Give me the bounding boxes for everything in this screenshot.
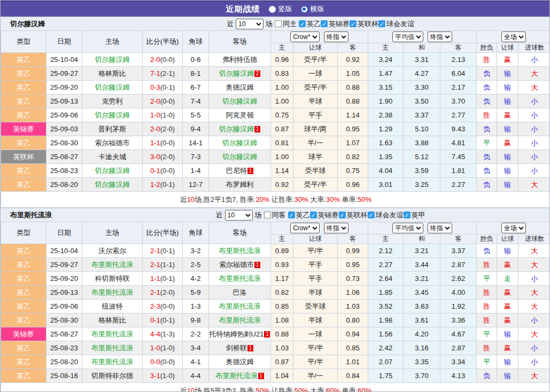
summary-text: 让胜率:: [269, 387, 294, 392]
odds-home: 0.82: [271, 286, 293, 300]
league-checkbox[interactable]: ✓英联杯: [339, 210, 368, 220]
col-odds-home: 主: [271, 234, 293, 244]
result-winloss: 平: [477, 272, 497, 286]
scope-select[interactable]: 全场: [501, 32, 526, 42]
corners: 8-1: [183, 67, 209, 81]
avg-home: 3.24: [368, 53, 404, 67]
odds-home: 1.00: [271, 95, 293, 108]
checkbox-unchecked-icon[interactable]: [264, 211, 271, 218]
fulltime-score: 2-0: [150, 56, 160, 64]
avg-draw: 3.44: [404, 258, 440, 272]
checkbox-unchecked-icon[interactable]: [275, 20, 282, 27]
league-checkbox[interactable]: ✓英联杯: [350, 19, 378, 29]
odds-away: 0.82: [338, 150, 368, 164]
league-checkbox[interactable]: ✓球会友谊: [368, 210, 404, 220]
odds-source-select[interactable]: Crow*: [290, 32, 320, 42]
odds-time-select[interactable]: 终指: [324, 223, 348, 233]
radio-selected-icon[interactable]: [301, 6, 308, 13]
league-checkbox[interactable]: ✓球会友谊: [378, 19, 414, 29]
odds-home: 0.87: [271, 122, 293, 136]
avg-draw: 3.21: [404, 244, 440, 258]
match-count-select[interactable]: 10: [236, 19, 264, 29]
radio-unselected-icon[interactable]: [269, 6, 276, 13]
result-goals: 大: [518, 286, 550, 300]
avg-draw: 3.37: [404, 108, 440, 122]
away-team: 切尔滕汉姆1: [209, 122, 271, 136]
odds-away: 1.06: [338, 286, 368, 300]
checkbox-checked-icon[interactable]: ✓: [350, 20, 357, 27]
checkbox-checked-icon[interactable]: ✓: [368, 211, 375, 218]
home-team: 布里斯托流浪: [82, 258, 143, 272]
away-team: 巴洛: [209, 286, 271, 300]
halftime-score: (1-1): [160, 261, 175, 269]
avg-home: 3.15: [368, 81, 404, 95]
odds-source-select[interactable]: Crow*: [290, 223, 320, 233]
avg-time-select[interactable]: 终指: [428, 32, 452, 42]
odds-handicap: 半球: [293, 313, 338, 327]
away-team: 奥德汉姆: [209, 355, 271, 369]
result-winloss: 负: [477, 122, 497, 136]
odds-away: 1.01: [338, 355, 368, 369]
summary-text: 大率:: [308, 195, 326, 203]
match-type: 英乙: [1, 95, 47, 108]
avg-source-select[interactable]: 平均值: [392, 223, 423, 233]
checkbox-checked-icon[interactable]: ✓: [310, 211, 317, 218]
league-checkbox[interactable]: ✓英乙: [299, 19, 321, 29]
result-goals: 小: [518, 108, 550, 122]
checkbox-checked-icon[interactable]: ✓: [339, 211, 346, 218]
same-venue-checkbox[interactable]: 同主: [275, 19, 297, 29]
corners: 3-2: [183, 244, 209, 258]
checkbox-checked-icon[interactable]: ✓: [378, 20, 385, 27]
match-date: 25-08-16: [47, 369, 82, 383]
result-winloss: 胜: [477, 300, 497, 313]
league-checkbox[interactable]: ✓英锦赛: [321, 19, 350, 29]
checkbox-checked-icon[interactable]: ✓: [288, 211, 295, 218]
avg-draw: 3.21: [404, 272, 440, 286]
match-type: 英乙: [1, 178, 47, 192]
away-team: 布里斯托流浪: [209, 272, 271, 286]
team-name: 切尔滕汉姆: [219, 69, 254, 77]
odds-home: 0.87: [271, 355, 293, 369]
league-checkbox[interactable]: ✓英甲: [404, 210, 425, 220]
avg-home: 1.35: [368, 150, 404, 164]
league-checkbox-label: 英乙: [296, 210, 310, 220]
avg-home: 2.27: [368, 258, 404, 272]
col-odds-home: 主: [271, 43, 293, 53]
avg-away: 2.87: [440, 341, 477, 355]
odds-handicap: 平手: [293, 258, 338, 272]
scope-select[interactable]: 全场: [501, 223, 526, 233]
corners: 7-3: [183, 150, 209, 164]
avg-away: 3.36: [440, 313, 477, 327]
halftime-score: (1-3): [160, 330, 175, 338]
score: 2-3(0-0): [143, 300, 183, 313]
avg-time-select[interactable]: 终指: [428, 223, 452, 233]
result-goals: 大: [518, 178, 550, 192]
layout-option-vertical[interactable]: 竖版: [269, 4, 292, 14]
result-handicap: 输: [497, 164, 518, 178]
filter-bar: 切尔滕汉姆 近 10 场 同主 ✓英乙✓英锦赛✓英联杯✓球会友谊: [1, 17, 549, 30]
checkbox-checked-icon[interactable]: ✓: [404, 211, 410, 218]
avg-home: 2.38: [368, 108, 404, 122]
result-winloss: 平: [477, 327, 497, 341]
checkbox-checked-icon[interactable]: ✓: [299, 20, 306, 27]
result-handicap: 输: [497, 178, 518, 192]
same-venue-checkbox[interactable]: 同客: [264, 210, 286, 220]
league-checkbox[interactable]: ✓英锦赛: [310, 210, 339, 220]
match-count-select[interactable]: 10: [225, 210, 253, 221]
col-home: 主场: [82, 222, 143, 244]
layout-option-horizontal[interactable]: 横版: [301, 4, 324, 14]
checkbox-checked-icon[interactable]: ✓: [321, 20, 328, 27]
corners: 2-5: [183, 258, 209, 272]
result-goals: 大: [518, 244, 550, 258]
score: 2-0(2-0): [143, 122, 183, 136]
fulltime-score: 2-1: [150, 247, 160, 255]
halftime-score: (0-0): [160, 56, 175, 64]
odds-time-select[interactable]: 终指: [324, 32, 348, 42]
red-card-badge: 1: [247, 345, 253, 351]
avg-source-select[interactable]: 平均值: [392, 32, 423, 42]
league-checkbox[interactable]: ✓英乙: [288, 210, 310, 220]
result-goals: 小: [518, 272, 550, 286]
result-goals: 大: [518, 67, 550, 81]
summary-stat-value: 60%: [358, 387, 371, 392]
team-name: 卡迪夫城: [98, 153, 126, 161]
